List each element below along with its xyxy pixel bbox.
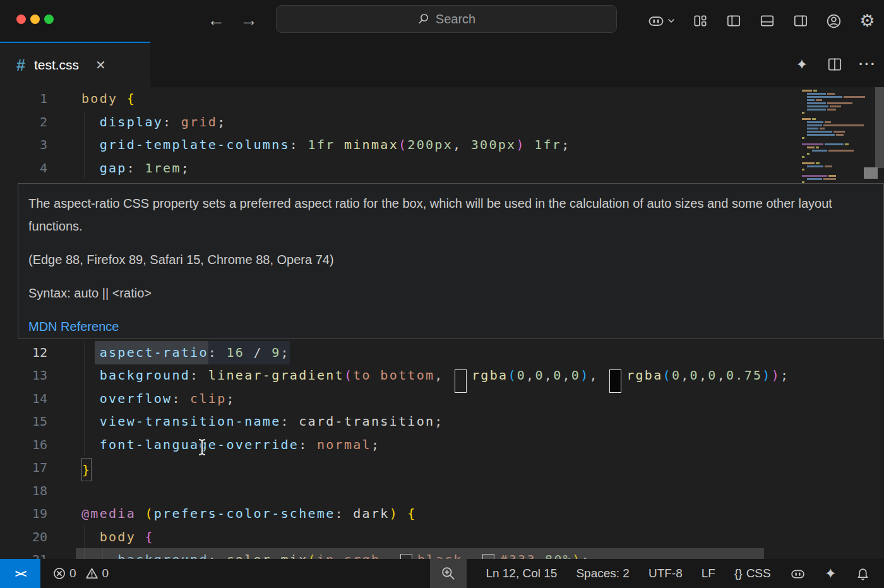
- minimap-row: [802, 124, 873, 126]
- minimap-segment: [825, 121, 831, 123]
- line-number[interactable]: 20: [0, 525, 47, 549]
- code-line-18[interactable]: 18: [0, 479, 796, 503]
- notifications-button[interactable]: [856, 567, 870, 581]
- code-line-15[interactable]: 15 view-transition-name: card-transition…: [0, 410, 796, 433]
- code-line-12[interactable]: 12 aspect-ratio: 16 / 9;: [0, 341, 796, 364]
- accounts-button[interactable]: [817, 13, 851, 30]
- customize-layout-button[interactable]: [683, 13, 717, 29]
- code-token: gap: [100, 157, 127, 180]
- code-line-1[interactable]: 1body {: [0, 87, 796, 111]
- toggle-panel-button[interactable]: [750, 13, 784, 29]
- vertical-scrollbar[interactable]: [875, 87, 884, 168]
- horizontal-scrollbar[interactable]: [76, 548, 764, 559]
- minimap-segment: [807, 134, 835, 136]
- command-center-search[interactable]: Search: [276, 5, 617, 33]
- navigate-forward-button[interactable]: →: [240, 8, 258, 33]
- status-bar: >< 0 0 Ln 12, Col 15 Spaces: 2 UTF-8 LF: [0, 559, 884, 588]
- sparkle-status-button[interactable]: ✦: [825, 565, 837, 582]
- minimap-segment: [802, 137, 804, 139]
- line-number[interactable]: 3: [0, 133, 47, 157]
- remote-indicator-button[interactable]: ><: [0, 559, 40, 588]
- code-line-20[interactable]: 20 body {: [0, 525, 796, 549]
- more-actions-button[interactable]: ···: [851, 56, 884, 73]
- code-token: [81, 133, 100, 157]
- line-number[interactable]: 14: [0, 387, 47, 411]
- line-content: display: grid;: [47, 111, 226, 134]
- line-number[interactable]: 19: [0, 502, 47, 525]
- line-number[interactable]: 12: [0, 341, 47, 364]
- minimap-segment: [830, 105, 841, 107]
- toggle-secondary-sidebar-button[interactable]: [784, 13, 817, 29]
- window-minimize-button[interactable]: [30, 15, 40, 24]
- problems-button[interactable]: 0 0: [53, 567, 109, 580]
- line-number[interactable]: 21: [0, 548, 47, 559]
- code-token: 0: [708, 364, 717, 387]
- line-number[interactable]: 4: [0, 157, 47, 180]
- line-number[interactable]: 17: [0, 456, 47, 479]
- titlebar: ← → Search: [0, 0, 884, 42]
- minimap-segment: [823, 124, 864, 126]
- minimap-row: [802, 128, 873, 129]
- line-number[interactable]: 16: [0, 433, 47, 457]
- tab-test-css[interactable]: # test.css ✕: [0, 42, 150, 87]
- code-token: [81, 433, 100, 457]
- braces-icon: {}: [734, 567, 743, 580]
- window-close-button[interactable]: [16, 15, 26, 24]
- magnifier-plus-icon: [441, 566, 456, 581]
- code-token: [81, 525, 100, 549]
- navigate-back-button[interactable]: ←: [207, 8, 225, 33]
- code-line-14[interactable]: 14 overflow: clip;: [0, 387, 796, 411]
- encoding-button[interactable]: UTF-8: [648, 567, 683, 580]
- toggle-primary-sidebar-button[interactable]: [717, 13, 750, 29]
- code-line-2[interactable]: 2 display: grid;: [0, 111, 796, 134]
- editor-sparkle-button[interactable]: ✦: [785, 56, 818, 73]
- code-token: normal: [317, 433, 371, 457]
- code-token: 0.75: [726, 364, 762, 387]
- window-zoom-button[interactable]: [44, 15, 54, 24]
- line-number[interactable]: 1: [0, 87, 47, 111]
- minimap-segment: [828, 150, 854, 152]
- language-mode-button[interactable]: {} CSS: [734, 567, 771, 580]
- code-line-16[interactable]: 16 font-language-override: normal;: [0, 433, 796, 457]
- code-line-13[interactable]: 13 background: linear-gradient(to bottom…: [0, 364, 796, 387]
- encoding: UTF-8: [648, 567, 683, 580]
- code-line-4[interactable]: 4 gap: 1rem;: [0, 157, 796, 180]
- code-token: to bottom: [353, 364, 434, 387]
- code-token: 0: [571, 364, 580, 387]
- indentation-button[interactable]: Spaces: 2: [576, 567, 630, 580]
- minimap-row: [802, 121, 873, 123]
- tab-close-icon[interactable]: ✕: [95, 57, 106, 73]
- vertical-scrollbar-handle[interactable]: [864, 167, 878, 179]
- code-token: [81, 387, 100, 411]
- minimap-segment: [807, 102, 826, 104]
- code-token: (: [508, 364, 517, 387]
- line-number[interactable]: 13: [0, 364, 47, 387]
- settings-button[interactable]: ⚙: [851, 11, 884, 31]
- code-line-19[interactable]: 19@media (prefers-color-scheme: dark) {: [0, 502, 796, 525]
- cursor-position-button[interactable]: Ln 12, Col 15: [486, 567, 557, 580]
- minimap-segment: [802, 169, 804, 171]
- mdn-reference-link[interactable]: MDN Reference: [28, 320, 119, 333]
- copilot-menu-button[interactable]: [639, 12, 683, 30]
- code-token: :: [190, 364, 208, 387]
- minimap-segment: [807, 153, 809, 155]
- code-line-3[interactable]: 3 grid-template-columns: 1fr minmax(200p…: [0, 133, 796, 157]
- line-number[interactable]: 15: [0, 410, 47, 433]
- code-token: body: [100, 525, 136, 549]
- split-editor-button[interactable]: [818, 56, 851, 73]
- copilot-status-button[interactable]: [790, 566, 806, 582]
- minimap-segment: [825, 165, 832, 167]
- minimap-row: [802, 134, 873, 136]
- editor[interactable]: 1body {2 display: grid;3 grid-template-c…: [0, 87, 884, 559]
- code-token: ): [772, 364, 780, 387]
- line-number[interactable]: 18: [0, 479, 47, 503]
- code-line-17[interactable]: 17}: [0, 456, 796, 479]
- line-number[interactable]: 2: [0, 111, 47, 134]
- code-token: ,: [453, 133, 471, 157]
- code-token: prefers-color-scheme: [154, 502, 335, 525]
- code-token: grid-template-columns: [100, 133, 290, 157]
- code-token: ,: [562, 364, 571, 387]
- code-token: :: [299, 433, 317, 457]
- screenshot-zoom-button[interactable]: [430, 559, 467, 588]
- eol-button[interactable]: LF: [702, 567, 715, 580]
